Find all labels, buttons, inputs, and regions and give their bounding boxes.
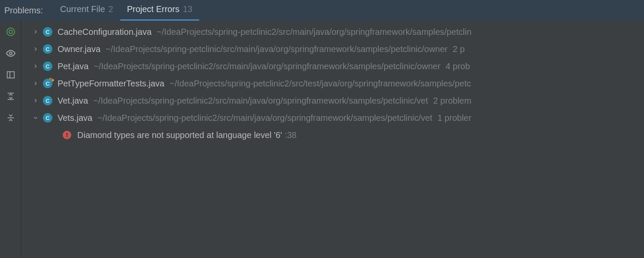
file-name: Pet.java	[58, 61, 88, 71]
class-icon: C	[43, 44, 52, 54]
target-icon[interactable]	[3, 24, 18, 40]
tab-project-errors[interactable]: Project Errors 13	[120, 0, 200, 21]
class-icon: C	[43, 96, 52, 105]
file-row[interactable]: C Vets.java ~/IdeaProjects/spring-petcli…	[21, 109, 644, 126]
problems-main: C CacheConfiguration.java ~/IdeaProjects…	[0, 21, 644, 258]
file-row[interactable]: C CacheConfiguration.java ~/IdeaProjects…	[21, 23, 644, 40]
file-row[interactable]: C PetTypeFormatterTests.java ~/IdeaProje…	[21, 75, 644, 92]
file-suffix: 2 p	[448, 44, 465, 54]
error-message: Diamond types are not supported at langu…	[77, 130, 282, 140]
file-suffix: 1 probler	[432, 113, 471, 123]
svg-point-2	[9, 52, 12, 55]
file-name: PetTypeFormatterTests.java	[58, 79, 164, 89]
file-path: ~/IdeaProjects/spring-petclinic2/src/tes…	[164, 79, 471, 89]
file-path: ~/IdeaProjects/spring-petclinic2/src/mai…	[88, 61, 440, 71]
tab-count: 13	[179, 4, 192, 14]
svg-rect-3	[7, 72, 14, 78]
problems-header: Problems: Current File 2 Project Errors …	[0, 0, 644, 21]
file-path: ~/IdeaProjects/spring-petclinic2/src/mai…	[152, 27, 471, 37]
chevron-right-icon[interactable]	[32, 28, 39, 36]
tab-current-file[interactable]: Current File 2	[53, 0, 120, 21]
file-name: Vets.java	[58, 113, 92, 123]
tab-count: 2	[105, 4, 113, 14]
file-suffix: 4 prob	[440, 61, 470, 71]
file-name: CacheConfiguration.java	[58, 27, 152, 37]
file-path: ~/IdeaProjects/spring-petclinic/src/main…	[100, 44, 447, 54]
chevron-right-icon[interactable]	[32, 80, 39, 87]
class-icon: C	[43, 113, 52, 123]
file-path: ~/IdeaProjects/spring-petclinic2/src/mai…	[88, 96, 428, 106]
error-icon: !	[63, 131, 71, 139]
collapse-all-icon[interactable]	[3, 110, 18, 126]
class-icon: C	[43, 61, 52, 71]
file-name: Vet.java	[58, 96, 88, 106]
class-icon: C	[43, 27, 52, 37]
chevron-down-icon[interactable]	[32, 114, 39, 122]
file-row[interactable]: C Owner.java ~/IdeaProjects/spring-petcl…	[21, 40, 644, 58]
layout-icon[interactable]	[3, 67, 18, 83]
svg-point-1	[9, 30, 12, 34]
tab-label: Current File	[60, 4, 105, 14]
chevron-right-icon[interactable]	[32, 45, 39, 53]
eye-icon[interactable]	[3, 46, 18, 61]
chevron-right-icon[interactable]	[32, 97, 39, 104]
chevron-right-icon[interactable]	[32, 62, 39, 70]
tool-gutter	[0, 21, 21, 258]
file-suffix: 2 problem	[428, 96, 471, 106]
problems-tree: C CacheConfiguration.java ~/IdeaProjects…	[21, 21, 644, 258]
file-row[interactable]: C Vet.java ~/IdeaProjects/spring-petclin…	[21, 92, 644, 109]
error-location: :38	[282, 130, 297, 140]
file-row[interactable]: C Pet.java ~/IdeaProjects/spring-petclin…	[21, 58, 644, 75]
expand-all-icon[interactable]	[3, 89, 18, 104]
class-icon: C	[43, 79, 52, 88]
file-path: ~/IdeaProjects/spring-petclinic2/src/mai…	[92, 113, 432, 123]
svg-point-0	[7, 28, 15, 36]
problems-label: Problems:	[4, 6, 53, 15]
file-name: Owner.java	[58, 44, 100, 54]
tab-label: Project Errors	[127, 4, 179, 14]
error-row[interactable]: ! Diamond types are not supported at lan…	[21, 126, 644, 144]
